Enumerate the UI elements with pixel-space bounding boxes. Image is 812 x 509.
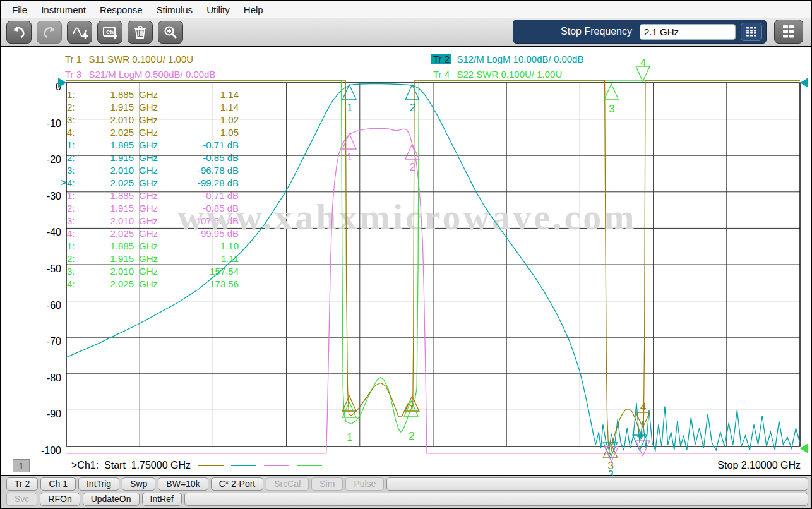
status-tr-2[interactable]: Tr 2 xyxy=(6,477,38,491)
add-channel-icon: Ch xyxy=(102,24,118,40)
zoom-button[interactable] xyxy=(158,21,183,44)
grid-icon xyxy=(782,25,795,39)
add-trace-icon xyxy=(71,24,88,40)
status-inttrig[interactable]: IntTrig xyxy=(78,477,119,491)
channel-start-text: >Ch1: Start 1.75000 GHz xyxy=(71,460,191,471)
trace-legend-2[interactable]: Tr 2 S12/M LogM 10.00dB/ 0.00dB xyxy=(431,54,583,64)
menu-stimulus[interactable]: Stimulus xyxy=(150,3,200,16)
trace-format-label: S21/M LogM 0.500dB/ 0.00dB xyxy=(83,69,215,80)
status-intref[interactable]: IntRef xyxy=(142,493,182,506)
menu-instrument[interactable]: Instrument xyxy=(34,3,93,16)
status-swp[interactable]: Swp xyxy=(122,477,155,491)
delete-button[interactable] xyxy=(128,21,153,44)
marker-label-tr4-m2: 2 xyxy=(409,430,414,442)
redo-button[interactable] xyxy=(37,21,62,44)
marker-label-tr2-m2: 2 xyxy=(410,102,415,114)
trash-icon xyxy=(133,25,148,40)
status-rfon[interactable]: RFOn xyxy=(40,493,80,506)
menu-help[interactable]: Help xyxy=(237,3,270,16)
marker-label-tr3-m1: 1 xyxy=(347,151,352,163)
channel-number-box[interactable]: 1 xyxy=(13,459,30,472)
softkey-panel-button[interactable] xyxy=(774,20,803,44)
svg-text:Ch: Ch xyxy=(106,29,114,35)
menu-file[interactable]: File xyxy=(5,3,34,16)
keypad-icon xyxy=(746,27,757,37)
y-axis-tick: -80 xyxy=(23,373,61,384)
trace-id-badge[interactable]: Tr 4 xyxy=(431,69,451,80)
trace-id-badge[interactable]: Tr 3 xyxy=(63,69,83,80)
status-c-2-port[interactable]: C* 2-Port xyxy=(211,477,264,491)
marker-label-tr4-m4: 4 xyxy=(640,57,646,69)
add-trace-button[interactable] xyxy=(67,21,92,44)
zoom-icon xyxy=(163,25,178,40)
marker-label-tr4-m3: 3 xyxy=(609,103,614,115)
y-axis-tick: -40 xyxy=(23,227,61,238)
marker-glyph-tr2-m1[interactable] xyxy=(342,85,356,100)
watermark-text: www.xahxmicrowave.com xyxy=(177,196,636,237)
y-axis-tick: -10 xyxy=(23,118,61,129)
trace-id-badge[interactable]: Tr 1 xyxy=(63,54,83,64)
trace-format-label: S11 SWR 0.100U/ 1.00U xyxy=(83,54,193,64)
marker-label-tr2-m4: 4 xyxy=(637,429,643,441)
undo-button[interactable] xyxy=(6,21,32,44)
status-pulse[interactable]: Pulse xyxy=(345,477,384,491)
toolbar: Ch Stop Frequency xyxy=(1,18,811,46)
trace4-swatch xyxy=(297,465,322,466)
y-axis-tick: -30 xyxy=(23,191,61,202)
stop-frequency-input[interactable] xyxy=(640,24,736,40)
trace2-swatch xyxy=(231,465,256,466)
trace-legend-4[interactable]: Tr 4 S22 SWR 0.100U/ 1.00U xyxy=(431,69,562,80)
add-channel-button[interactable]: Ch xyxy=(97,21,122,44)
status-sim[interactable]: Sim xyxy=(311,477,343,491)
y-axis-tick: -20 xyxy=(23,154,61,165)
trace-format-label: S12/M LogM 10.00dB/ 0.00dB xyxy=(451,54,583,64)
status-srccal[interactable]: SrcCal xyxy=(266,477,309,491)
marker-glyph-tr2-m2[interactable] xyxy=(405,85,419,100)
stop-frequency-readout: Stop 2.10000 GHz xyxy=(717,460,801,471)
y-axis-tick: 0 xyxy=(23,81,61,93)
menu-bar: FileInstrumentResponseStimulusUtilityHel… xyxy=(1,1,811,18)
status-bar: Tr 2Ch 1IntTrigSwpBW=10kC* 2-PortSrcCalS… xyxy=(1,476,811,508)
status-updateon[interactable]: UpdateOn xyxy=(83,493,140,506)
redo-icon xyxy=(42,25,57,40)
menu-response[interactable]: Response xyxy=(93,3,150,16)
marker-glyph-tr3-m2[interactable] xyxy=(405,144,419,159)
trace-legend-1[interactable]: Tr 1 S11 SWR 0.100U/ 1.00U xyxy=(63,54,193,64)
status-spacer xyxy=(386,477,808,491)
trace-id-badge[interactable]: Tr 2 xyxy=(431,54,451,64)
y-axis-tick: -50 xyxy=(23,263,61,275)
trace1-swatch xyxy=(198,465,224,466)
channel-stimulus-line: >Ch1: Start 1.75000 GHz xyxy=(71,460,322,471)
status-svc[interactable]: Svc xyxy=(6,493,37,506)
stop-frequency-panel: Stop Frequency xyxy=(513,20,767,44)
menu-utility[interactable]: Utility xyxy=(200,3,237,16)
trace-legend-3[interactable]: Tr 3 S21/M LogM 0.500dB/ 0.00dB xyxy=(63,69,215,80)
stop-frequency-label: Stop Frequency xyxy=(561,26,632,37)
status-spacer xyxy=(184,493,808,506)
marker-label-tr4-m1: 1 xyxy=(347,431,352,443)
undo-icon xyxy=(11,25,27,40)
marker-label-tr3-m2: 2 xyxy=(410,161,415,173)
marker-label-tr2-m1: 1 xyxy=(347,102,352,114)
trace-format-label: S22 SWR 0.100U/ 1.00U xyxy=(451,69,562,80)
y-axis-tick: -70 xyxy=(23,336,61,347)
marker-glyph-tr1-m1[interactable] xyxy=(342,396,356,411)
y-axis-tick: -100 xyxy=(23,445,61,457)
y-axis-tick: -90 xyxy=(23,409,61,420)
trace3-swatch xyxy=(264,465,289,466)
y-axis-tick: -60 xyxy=(23,300,61,311)
keypad-button[interactable] xyxy=(741,23,762,41)
active-marker-indicator: > xyxy=(61,177,66,188)
vna-application-window: FileInstrumentResponseStimulusUtilityHel… xyxy=(0,0,812,509)
marker-glyph-tr4-m3[interactable] xyxy=(604,84,618,99)
status-ch-1[interactable]: Ch 1 xyxy=(40,477,76,491)
chart-plot[interactable]: www.xahxmicrowave.com121212344433 xyxy=(66,83,800,446)
marker-label-tr1-m4: 4 xyxy=(640,401,646,413)
status-bw-10k[interactable]: BW=10k xyxy=(158,477,208,491)
